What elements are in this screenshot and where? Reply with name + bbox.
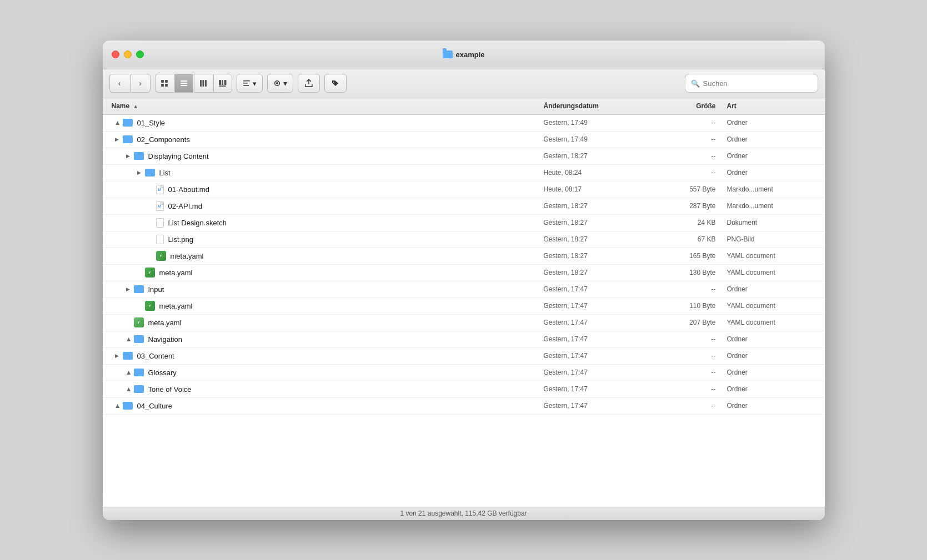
file-name-label: List Design.sketch bbox=[168, 219, 227, 227]
file-size: -- bbox=[655, 119, 727, 127]
folder-icon bbox=[134, 285, 144, 293]
file-kind: Ordner bbox=[727, 285, 816, 293]
file-name-label: 01-About.md bbox=[168, 185, 209, 194]
expand-icon[interactable]: ▶ bbox=[114, 119, 121, 126]
file-name-label: Glossary bbox=[148, 369, 177, 377]
file-name-cell: ▶01_Style bbox=[112, 119, 544, 127]
file-size: 67 KB bbox=[655, 235, 727, 243]
file-size: -- bbox=[655, 152, 727, 160]
list-item[interactable]: ▶01_StyleGestern, 17:49--Ordner bbox=[103, 115, 825, 132]
action-button[interactable]: ▾ bbox=[267, 74, 293, 93]
file-size: 165 Byte bbox=[655, 252, 727, 260]
file-size: -- bbox=[655, 369, 727, 376]
collapse-icon[interactable]: ▶ bbox=[114, 136, 121, 143]
name-column-header[interactable]: Name ▲ bbox=[112, 102, 544, 110]
folder-icon bbox=[134, 152, 144, 160]
size-column-header[interactable]: Größe bbox=[655, 102, 727, 110]
window-title: example bbox=[455, 51, 484, 59]
traffic-lights bbox=[112, 51, 144, 58]
list-item[interactable]: Ymeta.yamlGestern, 18:27130 ByteYAML doc… bbox=[103, 265, 825, 281]
svg-rect-3 bbox=[165, 84, 168, 87]
expand-icon[interactable]: ▶ bbox=[114, 402, 121, 409]
file-spacer bbox=[147, 236, 154, 243]
file-name-cell: Ymeta.yaml bbox=[112, 317, 544, 327]
expand-icon[interactable]: ▶ bbox=[125, 336, 132, 342]
column-view-button[interactable] bbox=[194, 74, 213, 93]
svg-rect-14 bbox=[243, 80, 250, 82]
sort-arrow: ▲ bbox=[133, 103, 138, 109]
file-size: -- bbox=[655, 352, 727, 360]
list-item[interactable]: ▶04_CultureGestern, 17:47--Ordner bbox=[103, 398, 825, 415]
file-name-label: meta.yaml bbox=[159, 302, 193, 310]
list-item[interactable]: List Design.sketchGestern, 18:2724 KBDok… bbox=[103, 215, 825, 231]
svg-rect-6 bbox=[181, 85, 187, 86]
list-item[interactable]: List.pngGestern, 18:2767 KBPNG-Bild bbox=[103, 231, 825, 248]
toolbar: ‹ › bbox=[103, 69, 825, 98]
png-file-icon bbox=[156, 235, 164, 244]
close-button[interactable] bbox=[112, 51, 119, 58]
file-kind: Ordner bbox=[727, 335, 816, 343]
list-item[interactable]: Ymeta.yamlGestern, 18:27165 ByteYAML doc… bbox=[103, 248, 825, 265]
list-item[interactable]: Ymeta.yamlGestern, 17:47207 ByteYAML doc… bbox=[103, 315, 825, 331]
file-name-cell: ▶02_Components bbox=[112, 135, 544, 144]
expand-icon[interactable]: ▶ bbox=[125, 369, 132, 376]
file-kind: Ordner bbox=[727, 169, 816, 176]
forward-button[interactable]: › bbox=[131, 74, 151, 93]
gallery-view-button[interactable] bbox=[213, 74, 232, 93]
folder-icon bbox=[134, 385, 144, 393]
search-input[interactable] bbox=[703, 79, 812, 88]
file-date: Gestern, 17:47 bbox=[544, 302, 655, 310]
file-size: 24 KB bbox=[655, 219, 727, 226]
file-kind: YAML document bbox=[727, 252, 816, 260]
fullscreen-button[interactable] bbox=[136, 51, 144, 58]
list-item[interactable]: ▶ListHeute, 08:24--Ordner bbox=[103, 165, 825, 181]
folder-icon bbox=[123, 119, 133, 127]
kind-column-header[interactable]: Art bbox=[727, 102, 816, 110]
markdown-file-icon: M bbox=[156, 185, 164, 194]
file-name-label: 02-API.md bbox=[168, 202, 202, 210]
file-date: Gestern, 18:27 bbox=[544, 202, 655, 210]
file-kind: Dokument bbox=[727, 219, 816, 226]
statusbar: 1 von 21 ausgewählt, 115,42 GB verfügbar bbox=[103, 507, 825, 520]
list-view-button[interactable] bbox=[174, 74, 193, 93]
list-item[interactable]: ▶03_ContentGestern, 17:47--Ordner bbox=[103, 348, 825, 365]
list-item[interactable]: M02-API.mdGestern, 18:27287 ByteMarkdo..… bbox=[103, 198, 825, 215]
file-kind: Ordner bbox=[727, 369, 816, 376]
list-item[interactable]: M01-About.mdHeute, 08:17557 ByteMarkdo..… bbox=[103, 181, 825, 198]
svg-rect-8 bbox=[203, 80, 204, 87]
list-item[interactable]: Ymeta.yamlGestern, 17:47110 ByteYAML doc… bbox=[103, 298, 825, 315]
collapse-icon[interactable]: ▶ bbox=[125, 286, 132, 292]
collapse-icon[interactable]: ▶ bbox=[125, 153, 132, 159]
search-box[interactable]: 🔍 bbox=[685, 74, 818, 93]
expand-icon[interactable]: ▶ bbox=[125, 386, 132, 392]
svg-rect-13 bbox=[219, 85, 226, 87]
file-date: Heute, 08:24 bbox=[544, 169, 655, 176]
list-item[interactable]: ▶02_ComponentsGestern, 17:49--Ordner bbox=[103, 132, 825, 148]
minimize-button[interactable] bbox=[124, 51, 132, 58]
list-item[interactable]: ▶InputGestern, 17:47--Ordner bbox=[103, 281, 825, 298]
file-spacer bbox=[147, 203, 154, 209]
file-name-cell: Ymeta.yaml bbox=[112, 251, 544, 261]
collapse-icon[interactable]: ▶ bbox=[136, 169, 143, 176]
list-item[interactable]: ▶Tone of VoiceGestern, 17:47--Ordner bbox=[103, 381, 825, 398]
icon-view-button[interactable] bbox=[155, 74, 174, 93]
back-button[interactable]: ‹ bbox=[109, 74, 129, 93]
file-browser: Name ▲ Änderungsdatum Größe Art ▶01_Styl… bbox=[103, 98, 825, 520]
file-date: Heute, 08:17 bbox=[544, 185, 655, 193]
file-name-cell: ▶Glossary bbox=[112, 369, 544, 377]
date-column-header[interactable]: Änderungsdatum bbox=[544, 102, 655, 110]
search-icon: 🔍 bbox=[691, 79, 700, 88]
file-spacer bbox=[147, 186, 154, 193]
collapse-icon[interactable]: ▶ bbox=[114, 352, 121, 359]
file-name-label: List.png bbox=[168, 235, 194, 244]
share-button[interactable] bbox=[298, 74, 320, 93]
file-date: Gestern, 18:27 bbox=[544, 235, 655, 243]
svg-rect-16 bbox=[243, 85, 249, 86]
list-item[interactable]: ▶NavigationGestern, 17:47--Ordner bbox=[103, 331, 825, 348]
list-item[interactable]: ▶Displaying ContentGestern, 18:27--Ordne… bbox=[103, 148, 825, 165]
svg-rect-2 bbox=[161, 84, 164, 87]
file-name-cell: ▶03_Content bbox=[112, 352, 544, 360]
arrange-button[interactable]: ▾ bbox=[237, 74, 263, 93]
list-item[interactable]: ▶GlossaryGestern, 17:47--Ordner bbox=[103, 365, 825, 381]
tag-button[interactable] bbox=[324, 74, 347, 93]
